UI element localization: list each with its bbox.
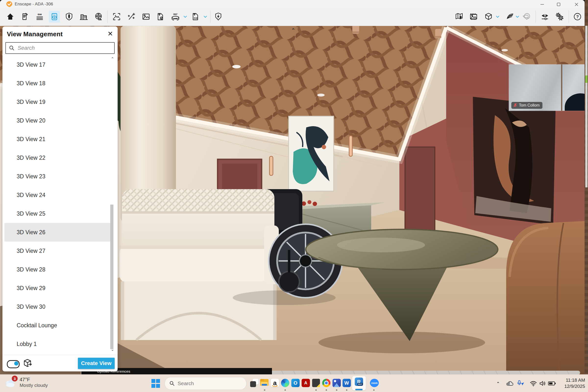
quality-shield-icon[interactable]: [64, 11, 75, 22]
view-list-item[interactable]: 3D View 17: [4, 55, 111, 74]
view-management-icon[interactable]: [49, 11, 60, 22]
panorama-dropdown-chevron-icon[interactable]: [183, 15, 187, 18]
chrome-icon[interactable]: [322, 378, 331, 388]
enscape-start-icon[interactable]: [213, 11, 224, 22]
exe-dropdown-chevron-icon[interactable]: [203, 15, 207, 18]
search-input[interactable]: [17, 44, 114, 52]
view-list-item-selected[interactable]: 3D View 26: [4, 223, 111, 242]
screenshot-icon[interactable]: [111, 11, 122, 22]
enscape-app-window: Enscape - ADA -306 BIM: [0, 0, 588, 392]
file-explorer-icon[interactable]: [260, 378, 270, 388]
word-letter: W: [344, 380, 349, 386]
toolbar-separator: [210, 10, 210, 23]
battery-icon[interactable]: [548, 380, 556, 387]
document-notes-icon[interactable]: [19, 11, 30, 22]
toolbar-separator: [107, 10, 108, 23]
revit-icon[interactable]: R RVT: [352, 376, 366, 390]
view-list-item[interactable]: 3D View 20: [4, 111, 111, 130]
speaker-icon[interactable]: [538, 380, 547, 387]
weather-widget[interactable]: 3 47°F Mostly cloudy: [4, 376, 48, 388]
panel-close-icon[interactable]: ✕: [106, 30, 114, 38]
view-list-item[interactable]: 3D View 18: [4, 74, 111, 92]
tray-chevron-icon[interactable]: ⌃: [494, 380, 502, 387]
word-icon[interactable]: W: [342, 378, 352, 388]
view-list-item[interactable]: 3D View 29: [4, 279, 111, 298]
material-texture-icon[interactable]: [468, 11, 479, 22]
view-list-item[interactable]: 3D View 27: [4, 242, 111, 260]
outlook-icon[interactable]: O: [290, 378, 300, 388]
export-views-cube-icon[interactable]: [22, 358, 33, 369]
artwork-dark-abstract: [473, 97, 556, 225]
title-bar: Enscape - ADA -306: [0, 0, 584, 8]
mic-location-icon[interactable]: [516, 380, 525, 387]
view-list-item[interactable]: Lobby 1: [4, 335, 111, 353]
background-scrollbar[interactable]: [585, 26, 588, 188]
list-scrollbar-thumb[interactable]: [110, 204, 114, 349]
taskbar-search[interactable]: [165, 377, 246, 390]
view-list: 3D View 17 3D View 18 3D View 19 3D View…: [4, 55, 111, 353]
model-buildings-icon[interactable]: [78, 11, 90, 22]
office-chair-silhouette: [565, 93, 586, 111]
view-list-item[interactable]: 3D View 19: [4, 92, 111, 111]
vr-headset-icon[interactable]: [521, 11, 532, 22]
task-view-icon[interactable]: [250, 378, 259, 388]
background-scrollbar-indicator: [585, 76, 588, 83]
zoom-participant-video[interactable]: Tom Collom: [509, 64, 586, 111]
view-list-item[interactable]: 3D View 22: [4, 148, 111, 167]
clock-widget[interactable]: 11:18 AM 12/9/2025: [560, 377, 585, 389]
time-label: 11:18 AM: [560, 377, 585, 383]
minimize-button[interactable]: [537, 2, 547, 6]
home-icon[interactable]: [5, 11, 16, 22]
view-management-panel: View Management ✕ 3D View 17 3D View 18 …: [2, 26, 118, 372]
view-list-item[interactable]: 3D View 25: [4, 204, 111, 223]
amazon-icon[interactable]: a: [270, 378, 280, 388]
wing-dropdown-chevron-icon[interactable]: [516, 15, 520, 18]
notification-badge: 3: [12, 376, 18, 382]
collapse-toolbar-chevron-icon[interactable]: ⌃: [290, 28, 297, 33]
view-list-item[interactable]: 3D View 30: [4, 298, 111, 316]
close-button[interactable]: [572, 2, 582, 6]
edge-icon[interactable]: [280, 378, 290, 388]
magic-wand-icon[interactable]: [126, 11, 137, 22]
view-list-item[interactable]: 3D View 28: [4, 260, 111, 279]
create-view-button[interactable]: Create View: [78, 358, 115, 369]
maximize-button[interactable]: [554, 2, 564, 6]
view-list-item[interactable]: 3D View 21: [4, 130, 111, 148]
start-logo-icon: [152, 379, 155, 383]
thumbnail-toggle[interactable]: [7, 360, 20, 368]
onedrive-cloud-icon[interactable]: [506, 380, 514, 387]
door-right: [405, 147, 435, 236]
render-image-icon[interactable]: [140, 11, 152, 22]
settings-gears-icon[interactable]: [554, 11, 565, 22]
view-list-item[interactable]: Cocktail Lounge: [4, 316, 111, 335]
sticky-notes-icon[interactable]: [311, 378, 321, 388]
bim-display-icon[interactable]: BIM: [34, 11, 45, 22]
brown-sofa: [506, 221, 584, 392]
acrobat-icon[interactable]: A: [301, 378, 311, 388]
window-title: Enscape - ADA -306: [15, 2, 53, 6]
scroll-up-icon[interactable]: ⌃: [109, 56, 116, 62]
export-document-icon[interactable]: [155, 11, 166, 22]
view-list-item[interactable]: 3D View 23: [4, 167, 111, 186]
orthographic-cube-icon[interactable]: [483, 11, 494, 22]
panel-title: View Management: [7, 30, 63, 38]
site-wing-icon[interactable]: [504, 11, 516, 22]
start-button[interactable]: [152, 379, 160, 388]
revit-badge: RVT: [358, 383, 363, 386]
photos-icon[interactable]: [332, 378, 342, 388]
outlook-letter: O: [294, 380, 298, 386]
map-pin-icon[interactable]: [454, 11, 465, 22]
toolbar-separator: [536, 10, 536, 23]
view-list-item[interactable]: 3D View 24: [4, 186, 111, 204]
wifi-icon[interactable]: [529, 380, 538, 387]
video-editor-icon[interactable]: [93, 11, 104, 22]
panorama-360-icon[interactable]: 360°: [170, 11, 181, 22]
taskbar-search-input[interactable]: [177, 380, 234, 386]
scroll-down-icon[interactable]: ⌄: [109, 347, 116, 353]
help-icon[interactable]: ?: [572, 11, 583, 22]
visual-settings-eye-icon[interactable]: [539, 11, 550, 22]
zoom-label: zoom: [371, 382, 378, 384]
zoom-icon[interactable]: zoom: [370, 378, 379, 388]
cube-dropdown-chevron-icon[interactable]: [496, 15, 500, 18]
exe-standalone-icon[interactable]: EXE: [190, 11, 201, 22]
